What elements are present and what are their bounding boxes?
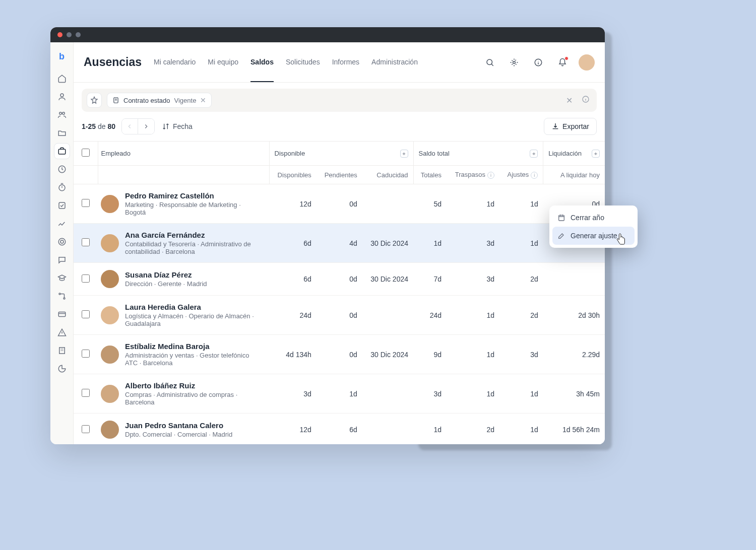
cell-caducidad: 30 Dic 2024 [362,263,413,296]
expand-saldo-icon[interactable]: + [530,150,538,158]
logo[interactable]: b [54,48,70,64]
timer-icon[interactable] [54,179,70,195]
col-disponibles[interactable]: Disponibles [269,166,317,184]
card-icon[interactable] [54,306,70,322]
route-icon[interactable] [54,288,70,304]
document-icon [112,97,119,104]
tab-saldos[interactable]: Saldos [250,42,274,82]
cell-pendientes: 0d [317,335,362,374]
employee-subtitle: Marketing · Responsable de Marketing · B… [125,201,261,216]
page-title: Ausencias [84,55,142,69]
tab-informes[interactable]: Informes [332,42,359,82]
row-checkbox[interactable] [82,425,90,433]
employee-name: Susana Díaz Pérez [125,270,207,279]
table-row[interactable]: Pedro Ramirez Castellón Marketing · Resp… [74,184,605,224]
expand-liquidacion-icon[interactable]: + [592,150,600,158]
employee-name: Estíbaliz Medina Baroja [125,342,261,351]
generate-adjust-option[interactable]: Generar ajuste [552,227,635,245]
window-max-dot[interactable] [76,32,81,37]
cell-disponibles: 3d [269,374,317,414]
chat-icon[interactable] [54,252,70,268]
col-empleado[interactable]: Empleado [98,142,269,166]
row-checkbox[interactable] [82,350,90,358]
row-checkbox[interactable] [82,199,90,207]
col-caducidad[interactable]: Caducidad [362,166,413,184]
cell-totales: 7d [413,263,447,296]
prev-page-button[interactable] [122,119,138,134]
pie-icon[interactable] [54,361,70,377]
employee-avatar [101,346,119,364]
row-checkbox[interactable] [82,238,90,246]
pager [121,118,155,134]
people-icon[interactable] [54,107,70,123]
row-checkbox[interactable] [82,389,90,397]
employee-subtitle: Dirección · Gerente · Madrid [125,280,207,288]
cell-disponibles: 4d 134h [269,335,317,374]
employee-subtitle: Logística y Almacén · Operario de Almacé… [125,312,261,327]
cell-ajustes: 1d [499,414,543,445]
info-traspasos-icon[interactable]: i [487,172,494,179]
filter-remove-icon[interactable]: ✕ [200,96,206,104]
table-row[interactable]: Ana García Fernández Contabilidad y Teso… [74,224,605,263]
window-close-dot[interactable] [57,32,62,37]
info-ajustes-icon[interactable]: i [531,172,538,179]
gear-icon[interactable] [506,54,522,71]
cell-ajustes: 1d [499,374,543,414]
row-checkbox[interactable] [82,310,90,318]
check-box-icon[interactable] [54,197,70,214]
tab-mi-calendario[interactable]: Mi calendario [154,42,196,82]
table-row[interactable]: Estíbaliz Medina Baroja Administración y… [74,335,605,374]
sort-button[interactable]: Fecha [161,120,194,132]
folder-icon[interactable] [54,125,70,141]
search-icon[interactable] [482,54,498,71]
home-icon[interactable] [54,71,70,87]
cell-disponibles: 24d [269,296,317,335]
expand-disponible-icon[interactable]: + [400,150,408,158]
svg-point-10 [64,298,65,299]
tab-mi-equipo[interactable]: Mi equipo [208,42,238,82]
col-traspasos[interactable]: Traspasosi [447,166,499,184]
bell-icon[interactable] [554,54,571,71]
building-icon[interactable] [54,342,70,359]
grad-cap-icon[interactable] [54,270,70,286]
group-disponible: Disponible+ [269,142,413,166]
col-ajustes[interactable]: Ajustesi [499,166,543,184]
row-checkbox[interactable] [82,274,90,283]
filter-chip[interactable]: Contrato estado Vigente ✕ [107,93,212,108]
help-icon[interactable] [530,54,546,71]
alert-icon[interactable] [54,324,70,340]
cell-caducidad [362,296,413,335]
cell-caducidad [362,184,413,224]
next-page-button[interactable] [138,119,154,134]
chart-icon[interactable] [54,216,70,232]
select-all-checkbox[interactable] [82,149,90,157]
target-icon[interactable] [54,234,70,250]
notification-dot [564,56,569,60]
briefcase-icon[interactable] [54,143,70,159]
tab-administracion[interactable]: Administración [371,42,418,82]
cell-traspasos: 3d [447,263,499,296]
cell-caducidad [362,374,413,414]
clock-icon[interactable] [54,161,70,177]
cell-traspasos: 2d [447,414,499,445]
table-row[interactable]: Alberto Ibáñez Ruiz Compras · Administra… [74,374,605,414]
info-icon[interactable] [580,93,592,107]
table-row[interactable]: Laura Heredia Galera Logística y Almacén… [74,296,605,335]
svg-rect-3 [58,149,66,154]
close-year-option[interactable]: Cerrar año [552,209,635,227]
col-pendientes[interactable]: Pendientes [317,166,362,184]
col-totales[interactable]: Totales [413,166,447,184]
cell-disponibles: 12d [269,414,317,445]
user-avatar[interactable] [579,54,595,71]
table-row[interactable]: Susana Díaz Pérez Dirección · Gerente · … [74,263,605,296]
clear-filters-icon[interactable]: ✕ [564,94,575,107]
cell-pendientes: 6d [317,414,362,445]
favorite-button[interactable] [87,93,102,108]
person-icon[interactable] [54,89,70,105]
col-a-liquidar[interactable]: A liquidar hoy [543,166,605,184]
window-min-dot[interactable] [67,32,72,37]
cell-liquidar: 2d 30h [543,296,605,335]
table-row[interactable]: Juan Pedro Santana Calero Dpto. Comercia… [74,414,605,445]
export-button[interactable]: Exportar [544,118,597,135]
tab-solicitudes[interactable]: Solicitudes [286,42,320,82]
